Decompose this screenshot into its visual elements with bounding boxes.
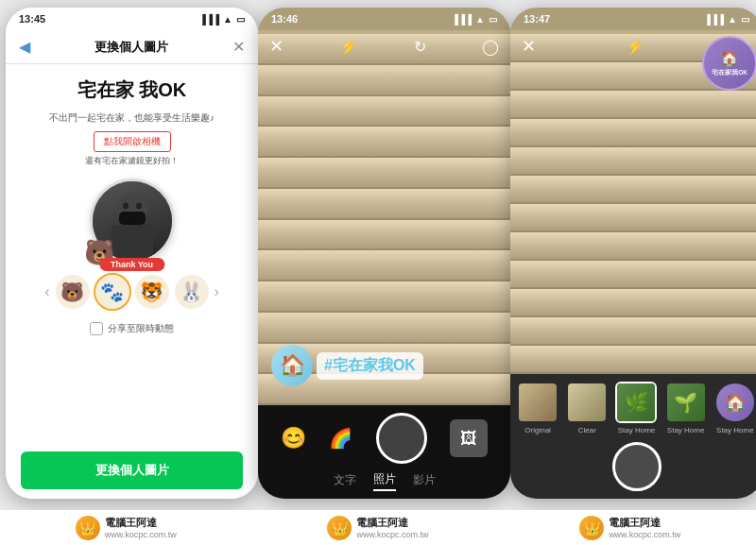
p1-back-icon[interactable]: ◀ — [19, 38, 30, 56]
stickers-right-arrow[interactable]: › — [215, 283, 219, 300]
p1-sticker-2[interactable]: 🐾 — [95, 275, 129, 309]
p2-slat-4 — [258, 127, 510, 158]
p3-slat-3 — [510, 91, 756, 119]
p2-gallery-btn[interactable]: 🖼 — [450, 419, 488, 457]
p3-filter-original-thumb — [517, 382, 558, 423]
p3-slat-10 — [510, 289, 756, 317]
wifi-icon-2: ▲ — [475, 14, 485, 25]
p3-shutter-btn[interactable] — [612, 442, 662, 491]
p2-frame: ✕ ⚡ ↻ ◯ 🏠 #宅在家我OK 😊 🌈 — [258, 30, 510, 499]
status-time-1: 13:45 — [19, 13, 45, 25]
panels-container: 13:45 ▐▐▐ ▲ ▭ ◀ 更換個人圖片 ✕ 宅在家 我OK 不出門一起宅在… — [0, 0, 756, 510]
signal-icon-2: ▐▐▐ — [452, 14, 472, 25]
p2-slat-8 — [258, 250, 510, 281]
wifi-icon-3: ▲ — [728, 14, 737, 25]
p3-slat-9 — [510, 261, 756, 289]
wm-name-3: 電腦王阿達 — [609, 516, 680, 530]
p3-shutter-row — [612, 442, 662, 491]
p1-sticker-3[interactable]: 🐯 — [135, 275, 169, 309]
wm-logo-emoji-1: 👑 — [79, 520, 95, 536]
p3-filter-stay1-label: Stay Home — [618, 426, 656, 434]
p1-close-icon[interactable]: ✕ — [232, 38, 245, 56]
p3-filter-stay2-label: Stay Home — [667, 426, 705, 434]
wm-logo-3: 👑 — [579, 516, 604, 540]
p3-top-right-badge: 🏠 宅在家我OK — [702, 36, 756, 91]
wm-name-2: 電腦王阿達 — [356, 516, 428, 530]
wm-item-3: 👑 電腦王阿達 www.kocpc.com.tw — [579, 516, 680, 540]
wm-texts-1: 電腦王阿達 www.kocpc.com.tw — [105, 516, 177, 539]
phone-panel-3: 13:47 ▐▐▐ ▲ ▭ — [510, 8, 756, 499]
p2-slat-7 — [258, 220, 510, 251]
p2-hashtag-text: #宅在家我OK — [317, 352, 423, 380]
status-icons-2: ▐▐▐ ▲ ▭ — [452, 14, 497, 25]
p3-slat-4 — [510, 119, 756, 147]
p2-bottom: 😊 🌈 🖼 文字 照片 影片 — [258, 405, 510, 499]
panel1-content: ◀ 更換個人圖片 ✕ 宅在家 我OK 不出門一起宅在家，也能享受生活樂趣♪ 點我… — [6, 30, 258, 499]
p1-body: 宅在家 我OK 不出門一起宅在家，也能享受生活樂趣♪ 點我開啟相機 還有宅在家濾… — [6, 64, 258, 499]
p1-share-checkbox[interactable] — [90, 322, 103, 335]
p3-filter-stay3-thumb: 🏠 — [714, 382, 756, 423]
wm-url-1: www.kocpc.com.tw — [105, 530, 177, 539]
wm-name-1: 電腦王阿達 — [105, 516, 177, 530]
p2-slat-6 — [258, 189, 510, 220]
p3-slat-7 — [510, 204, 756, 232]
p2-flash-btn[interactable]: ⚡ — [339, 38, 358, 56]
p2-tab-row: 文字 照片 影片 — [334, 471, 436, 491]
p3-filter-stay1[interactable]: 🌿 Stay Home — [615, 382, 657, 434]
p1-sticker-4[interactable]: 🐰 — [175, 275, 209, 309]
p1-header-title: 更換個人圖片 — [94, 39, 168, 56]
p2-slat-5 — [258, 158, 510, 189]
battery-icon-2: ▭ — [489, 14, 497, 25]
wm-texts-2: 電腦王阿達 www.kocpc.com.tw — [356, 516, 428, 539]
signal-icon-3: ▐▐▐ — [704, 14, 724, 25]
stickers-left-arrow[interactable]: ‹ — [44, 283, 49, 300]
p1-open-camera-btn[interactable]: 點我開啟相機 — [94, 131, 171, 152]
p1-also-text: 還有宅在家濾鏡更好拍！ — [85, 155, 179, 167]
wm-item-1: 👑 電腦王阿達 www.kocpc.com.tw — [76, 516, 177, 540]
status-bar-3: 13:47 ▐▐▐ ▲ ▭ — [510, 8, 756, 30]
p3-filter-stay2[interactable]: 🌱 Stay Home — [665, 382, 707, 434]
phone-panel-1: 13:45 ▐▐▐ ▲ ▭ ◀ 更換個人圖片 ✕ 宅在家 我OK 不出門一起宅在… — [6, 8, 258, 499]
p2-slat-3 — [258, 96, 510, 128]
p1-avatar-wrap: 🐻 Thank You — [90, 179, 175, 264]
p3-filter-stay3[interactable]: 🏠 Stay Home — [714, 382, 756, 434]
p1-change-btn[interactable]: 更換個人圖片 — [21, 451, 243, 489]
p3-filters-row: Original Clear 🌿 — [516, 382, 756, 434]
p2-tab-video[interactable]: 影片 — [413, 471, 436, 491]
p2-shutter-btn[interactable] — [376, 413, 427, 464]
p1-desc-1: 不出門一起宅在家，也能享受生活樂趣♪ — [49, 111, 215, 126]
p3-close-btn[interactable]: ✕ — [522, 36, 536, 57]
p3-filter-original[interactable]: Original — [517, 382, 558, 434]
p2-refresh-btn[interactable]: ↻ — [414, 38, 426, 56]
p3-slat-6 — [510, 176, 756, 204]
p3-slat-5 — [510, 147, 756, 176]
p2-circle-btn[interactable]: ◯ — [482, 38, 499, 56]
p3-filter-clear[interactable]: Clear — [566, 382, 608, 434]
p2-tab-text[interactable]: 文字 — [334, 471, 356, 491]
wm-logo-1: 👑 — [76, 516, 100, 540]
p3-flash-btn[interactable]: ⚡ — [626, 38, 644, 56]
wm-logo-emoji-3: 👑 — [584, 520, 600, 536]
p2-controls: 😊 🌈 🖼 — [269, 413, 499, 464]
p1-sticker-1[interactable]: 🐻 — [56, 275, 90, 309]
p2-slat-10 — [258, 313, 510, 344]
thank-you-badge: Thank You — [99, 258, 164, 271]
p3-filter-clear-thumb — [566, 382, 608, 423]
p2-close-btn[interactable]: ✕ — [269, 36, 284, 57]
p1-big-title: 宅在家 我OK — [77, 77, 187, 103]
p2-slat-9 — [258, 281, 510, 313]
status-time-3: 13:47 — [524, 13, 550, 25]
p2-emoji-btn[interactable]: 😊 — [281, 426, 306, 451]
p2-hashtag-area: 🏠 #宅在家我OK — [271, 345, 423, 386]
p2-overlay-header: ✕ ⚡ ↻ ◯ — [258, 30, 510, 62]
p2-color-btn[interactable]: 🌈 — [329, 427, 352, 450]
battery-icon-3: ▭ — [741, 14, 749, 25]
main-wrapper: 13:45 ▐▐▐ ▲ ▭ ◀ 更換個人圖片 ✕ 宅在家 我OK 不出門一起宅在… — [0, 0, 756, 545]
p2-tab-photo[interactable]: 照片 — [373, 471, 396, 491]
p3-filter-stay2-thumb: 🌱 — [665, 382, 707, 423]
p3-badge-text: 宅在家我OK — [712, 69, 747, 77]
svg-rect-1 — [112, 225, 153, 259]
p3-slat-12 — [510, 346, 756, 374]
wm-url-2: www.kocpc.com.tw — [356, 530, 428, 539]
p3-filter-clear-label: Clear — [578, 426, 596, 434]
